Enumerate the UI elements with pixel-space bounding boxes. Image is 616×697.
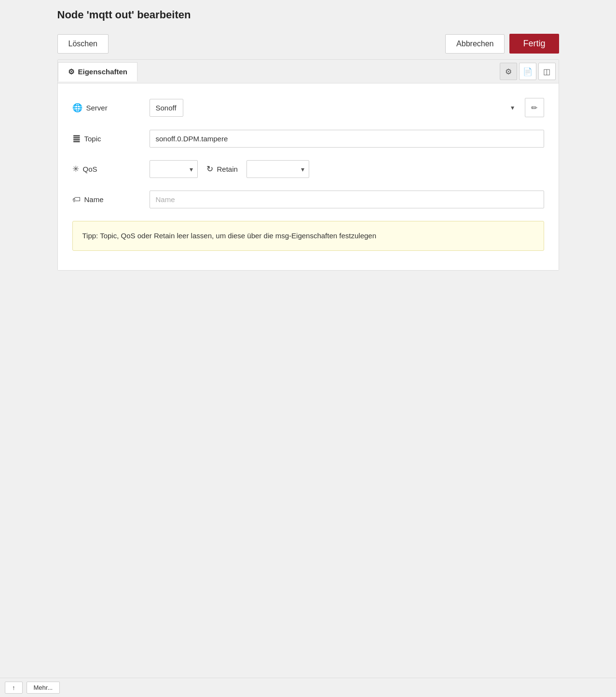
tab-bar: ⚙ Eigenschaften ⚙ 📄 ◫ bbox=[58, 60, 559, 83]
tag-icon: 🏷 bbox=[72, 195, 81, 205]
done-button[interactable]: Fertig bbox=[509, 34, 559, 54]
server-select[interactable]: Sonoff bbox=[150, 99, 183, 117]
retain-icon: ↻ bbox=[206, 164, 213, 174]
server-label: 🌐 Server bbox=[72, 103, 150, 113]
retain-select[interactable]: false true bbox=[246, 160, 309, 178]
topic-label: ≣ Topic bbox=[72, 133, 150, 145]
tab-properties-label: Eigenschaften bbox=[78, 68, 128, 76]
tab-icon-doc[interactable]: 📄 bbox=[519, 63, 536, 80]
footer-btn-2[interactable]: Mehr... bbox=[27, 682, 60, 694]
topic-row: ≣ Topic bbox=[72, 130, 544, 148]
qos-select[interactable]: 0 1 2 bbox=[150, 160, 198, 178]
gear-tab-icon: ⚙ bbox=[505, 67, 512, 76]
layout-tab-icon: ◫ bbox=[543, 67, 550, 76]
tip-box: Tipp: Topic, QoS oder Retain leer lassen… bbox=[72, 221, 544, 251]
retain-text: Retain bbox=[217, 165, 238, 173]
tab-icon-layout[interactable]: ◫ bbox=[538, 63, 556, 80]
tab-icon-gear[interactable]: ⚙ bbox=[500, 63, 517, 80]
delete-button[interactable]: Löschen bbox=[57, 34, 109, 54]
globe-icon: 🌐 bbox=[72, 103, 82, 113]
page-title: Node 'mqtt out' bearbeiten bbox=[57, 9, 559, 21]
gear-icon: ⚙ bbox=[68, 68, 74, 76]
name-input[interactable] bbox=[150, 191, 544, 208]
server-edit-button[interactable]: ✏ bbox=[525, 98, 544, 117]
name-label: 🏷 Name bbox=[72, 195, 150, 205]
qos-label: ✳ QoS bbox=[72, 164, 150, 174]
footer-bar: ↑ Mehr... bbox=[0, 678, 616, 697]
doc-tab-icon: 📄 bbox=[523, 67, 533, 76]
server-row: 🌐 Server Sonoff ✏ bbox=[72, 98, 544, 117]
topic-icon: ≣ bbox=[72, 133, 81, 145]
qos-retain-row: ✳ QoS 0 1 2 ↻ Retain bbox=[72, 160, 544, 178]
cancel-button[interactable]: Abbrechen bbox=[445, 34, 505, 54]
topic-input[interactable] bbox=[150, 130, 544, 148]
name-row: 🏷 Name bbox=[72, 191, 544, 208]
pencil-icon: ✏ bbox=[531, 103, 537, 112]
tip-text: Tipp: Topic, QoS oder Retain leer lassen… bbox=[82, 232, 377, 240]
tab-properties[interactable]: ⚙ Eigenschaften bbox=[58, 62, 138, 82]
qos-icon: ✳ bbox=[72, 164, 79, 174]
footer-btn-1[interactable]: ↑ bbox=[5, 682, 23, 694]
